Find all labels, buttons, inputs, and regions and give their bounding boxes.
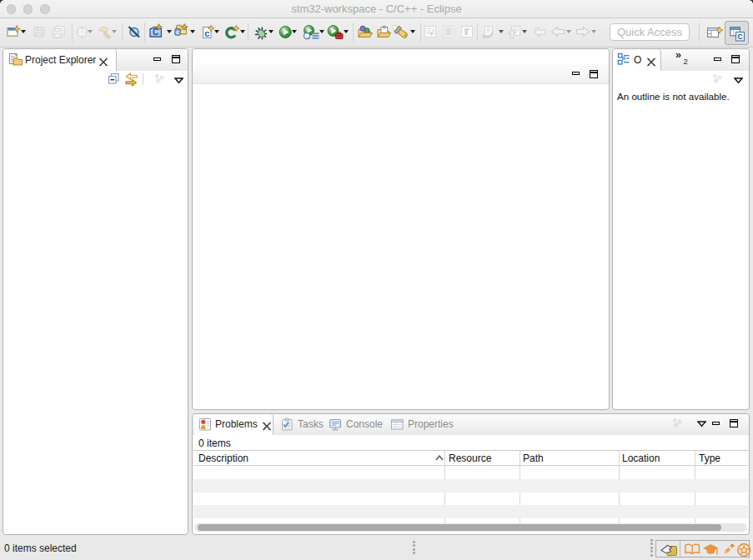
svg-text:C: C	[153, 28, 158, 37]
svg-text:c: c	[204, 28, 209, 38]
svg-text:C: C	[738, 32, 743, 41]
svg-text:c: c	[176, 28, 179, 36]
